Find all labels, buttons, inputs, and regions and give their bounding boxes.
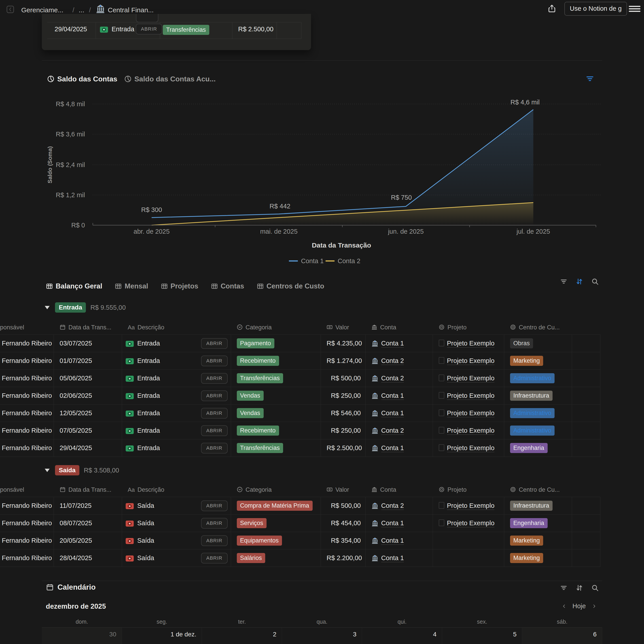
use-notion-free-button[interactable]: Use o Notion de g xyxy=(564,2,627,16)
search-icon[interactable] xyxy=(591,584,599,592)
cell-value[interactable]: R$ 2.500,00 xyxy=(232,25,273,33)
share-icon[interactable] xyxy=(547,4,556,13)
cell-responsavel[interactable]: Fernando Ribeiro xyxy=(0,497,54,515)
calendar-day-cell[interactable]: 6 xyxy=(522,628,602,644)
cell-centro[interactable]: Engenharia xyxy=(504,515,572,532)
calendar-day-cell[interactable]: 5 xyxy=(442,628,522,644)
cell-categoria[interactable]: Transferências xyxy=(231,439,321,457)
table-row[interactable]: Fernando Ribeiro 03/07/2025 EntradaABRIR… xyxy=(0,335,600,352)
open-button[interactable]: ABRIR xyxy=(201,500,227,511)
cell-descricao[interactable]: EntradaABRIR xyxy=(122,405,231,422)
cell-centro[interactable]: Marketing xyxy=(504,549,572,567)
cell-responsavel[interactable]: Fernando Ribeiro xyxy=(0,405,54,422)
cell-valor[interactable]: R$ 500,00 xyxy=(321,370,365,387)
open-button[interactable]: ABRIR xyxy=(201,373,227,384)
today-button[interactable]: Hoje xyxy=(572,602,586,610)
cell-conta[interactable]: Conta 1 xyxy=(365,515,433,532)
filter-icon[interactable] xyxy=(560,278,568,285)
cell-date[interactable]: 11/07/2025 xyxy=(54,497,122,515)
cell-centro[interactable]: Administrativo xyxy=(504,405,572,422)
cell-projeto[interactable]: Projeto Exemplo xyxy=(433,335,504,352)
sidebar-toggle-icon[interactable] xyxy=(6,5,15,14)
cell-date[interactable]: 01/07/2025 xyxy=(54,352,122,370)
cell-descricao[interactable]: EntradaABRIR xyxy=(122,439,231,457)
col-conta[interactable]: Conta xyxy=(365,483,433,497)
cell-responsavel[interactable]: Fernando Ribeiro xyxy=(0,387,54,405)
group-header-entrada[interactable]: Entrada R$ 9.555,00 xyxy=(45,302,126,313)
col-categoria[interactable]: Categoria xyxy=(231,483,321,497)
open-button[interactable]: ABRIR xyxy=(201,425,227,436)
cell-projeto[interactable]: Projeto Exemplo xyxy=(433,387,504,405)
table-row[interactable]: Fernando Ribeiro 28/04/2025 SaídaABRIR S… xyxy=(0,549,600,567)
col-responsavel[interactable]: ponsável xyxy=(0,483,54,497)
cell-conta[interactable]: Conta 1 xyxy=(365,335,433,352)
open-button[interactable]: ABRIR xyxy=(201,338,227,349)
cell-responsavel[interactable]: Fernando Ribeiro xyxy=(0,352,54,370)
open-button[interactable]: ABRIR xyxy=(201,356,227,366)
cell-responsavel[interactable]: Fernando Ribeiro xyxy=(0,422,54,439)
col-data[interactable]: Data da Trans... xyxy=(54,483,122,497)
cell-categoria[interactable]: Recebimento xyxy=(231,422,321,439)
tab-contas[interactable]: Contas xyxy=(211,282,244,290)
open-button[interactable]: ABRIR xyxy=(136,24,162,34)
cell-responsavel[interactable]: Fernando Ribeiro xyxy=(0,549,54,567)
sort-icon[interactable] xyxy=(576,584,583,592)
cell-categoria[interactable]: Recebimento xyxy=(231,352,321,370)
sort-icon[interactable] xyxy=(576,278,583,285)
group-badge-entrada[interactable]: Entrada xyxy=(55,302,86,313)
cell-categoria[interactable]: Pagamento xyxy=(231,335,321,352)
cell-categoria[interactable]: Serviços xyxy=(231,515,321,532)
cell-conta[interactable]: Conta 2 xyxy=(365,497,433,515)
cell-conta[interactable]: Conta 1 xyxy=(365,532,433,549)
cell-descricao[interactable]: EntradaABRIR xyxy=(122,422,231,439)
cell-valor[interactable]: R$ 454,00 xyxy=(321,515,365,532)
cell-descricao[interactable]: EntradaABRIR xyxy=(122,335,231,352)
col-categoria[interactable]: Categoria xyxy=(231,320,321,335)
col-centro[interactable]: Centro de Cu... xyxy=(504,320,572,335)
group-header-saida[interactable]: Saída R$ 3.508,00 xyxy=(45,465,119,475)
cell-responsavel[interactable]: Fernando Ribeiro xyxy=(0,515,54,532)
col-descricao[interactable]: AaDescrição xyxy=(122,320,231,335)
cell-categoria[interactable]: Transferências xyxy=(231,370,321,387)
cell-categoria[interactable]: Equipamentos xyxy=(231,532,321,549)
cell-valor[interactable]: R$ 4.235,00 xyxy=(321,335,365,352)
cell-centro[interactable]: Infraestrutura xyxy=(504,497,572,515)
col-valor[interactable]: Valor xyxy=(321,483,365,497)
cell-conta[interactable]: Conta 1 xyxy=(365,439,433,457)
tab-projetos[interactable]: Projetos xyxy=(161,282,198,290)
table-row[interactable]: Fernando Ribeiro 29/04/2025 EntradaABRIR… xyxy=(0,439,600,457)
cell-projeto[interactable]: Projeto Exemplo xyxy=(433,422,504,439)
open-button[interactable]: ABRIR xyxy=(201,408,227,419)
cell-categoria[interactable]: Salários xyxy=(231,549,321,567)
cell-projeto[interactable]: Projeto Exemplo xyxy=(433,497,504,515)
chevron-left-icon[interactable] xyxy=(562,603,567,610)
cell-date[interactable]: 03/07/2025 xyxy=(54,335,122,352)
cell-projeto[interactable]: Projeto Exemplo xyxy=(433,352,504,370)
cell-descricao[interactable]: SaídaABRIR xyxy=(122,549,231,567)
cell-conta[interactable]: Conta 1 xyxy=(365,549,433,567)
cell-date[interactable]: 02/06/2025 xyxy=(54,387,122,405)
col-descricao[interactable]: AaDescrição xyxy=(122,483,231,497)
table-row[interactable]: Fernando Ribeiro 05/06/2025 EntradaABRIR… xyxy=(0,370,600,387)
cell-centro[interactable]: Marketing xyxy=(504,532,572,549)
cell-date[interactable]: 28/04/2025 xyxy=(54,549,122,567)
calendar-day-cell[interactable]: 4 xyxy=(362,628,442,644)
cell-valor[interactable]: R$ 250,00 xyxy=(321,422,365,439)
cell-conta[interactable]: Conta 1 xyxy=(365,387,433,405)
cell-descricao[interactable]: EntradaABRIR xyxy=(122,352,231,370)
cell-conta[interactable]: Conta 2 xyxy=(365,370,433,387)
table-row[interactable]: Fernando Ribeiro 20/05/2025 SaídaABRIR E… xyxy=(0,532,600,549)
table-row[interactable]: Fernando Ribeiro 12/05/2025 EntradaABRIR… xyxy=(0,405,600,422)
col-centro[interactable]: Centro de Cu... xyxy=(504,483,572,497)
chart-tab-saldo[interactable]: Saldo das Contas xyxy=(47,74,117,84)
cell-projeto[interactable]: Projeto Exemplo xyxy=(433,439,504,457)
cell-descricao[interactable]: SaídaABRIR xyxy=(122,497,231,515)
cell-projeto[interactable] xyxy=(433,549,504,567)
group-badge-saida[interactable]: Saída xyxy=(55,465,79,475)
cell-date[interactable]: 05/06/2025 xyxy=(54,370,122,387)
cell-valor[interactable]: R$ 2.500,00 xyxy=(321,439,365,457)
col-projeto[interactable]: Projeto xyxy=(433,320,504,335)
open-button[interactable]: ABRIR xyxy=(201,553,227,563)
col-responsavel[interactable]: ponsável xyxy=(0,320,54,335)
col-projeto[interactable]: Projeto xyxy=(433,483,504,497)
